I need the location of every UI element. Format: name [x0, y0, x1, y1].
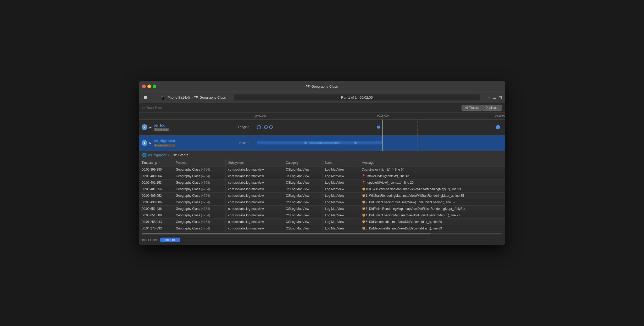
col-header-subsystem[interactable]: Subsystem [225, 159, 283, 166]
cell-timestamp-0: 00:00.399,880 [139, 166, 173, 173]
scrollbar-thumb[interactable] [142, 233, 430, 234]
add-button[interactable]: + [488, 95, 490, 100]
detail-separator: › [168, 153, 169, 157]
cell-process-8: Geography Class (4754) [173, 218, 225, 225]
events-table: Timestamp ↑ Process Subsystem Category N… [139, 159, 505, 232]
cell-subsystem-4: com.roblabs.log-mapview [225, 192, 283, 199]
col-header-name[interactable]: Name [322, 159, 359, 166]
cell-category-7: OSLog.MapView [283, 212, 322, 218]
col-header-timestamp[interactable]: Timestamp ↑ [139, 159, 173, 166]
horizontal-scrollbar[interactable] [139, 232, 505, 235]
cell-message-7: 🦁4. DidFinishLoadingMap, mapViewDidFinis… [359, 212, 505, 218]
playhead [382, 120, 382, 135]
project-label: Geography Class [199, 95, 226, 99]
cell-name-9: Log MapView [322, 225, 359, 232]
input-filter-label: Input Filter [142, 238, 157, 242]
signpost-dot-4 [354, 142, 357, 144]
track-timeline-os-signpost [254, 135, 505, 151]
signpost-dot-1 [304, 142, 307, 144]
all-tracks-button[interactable]: All Tracks [462, 105, 482, 111]
cell-process-5: Geography Class (4754) [173, 199, 225, 205]
minimize-button[interactable] [147, 85, 151, 88]
event-dot-5 [496, 125, 500, 129]
cell-message-0: Coordinator init, init(_:), line 54 [359, 166, 505, 173]
cell-process-4: Geography Class (4754) [173, 192, 225, 199]
track-filter[interactable]: ⊙ Track Filter [142, 106, 462, 110]
cell-timestamp-7: 00:00.651,608 [139, 212, 173, 218]
window-layout-button[interactable]: ▭ [492, 95, 496, 100]
cell-timestamp-8: 00:01.258,943 [139, 218, 173, 225]
table-row: 00:00.401,153 Geography Class (4754) com… [139, 179, 505, 186]
filter-chip[interactable]: 🌐 com.ro × [160, 238, 180, 242]
event-dot-2 [264, 125, 268, 129]
track-expand-os-log[interactable]: ▶ [149, 126, 152, 129]
cell-subsystem-9: com.roblabs.log-mapview [225, 225, 283, 232]
split-view-button[interactable]: ⊡ [498, 95, 502, 100]
toolbar-right: + ▭ ⊡ [488, 95, 502, 100]
ruler-label-1: 00:05.000 [377, 114, 389, 117]
cell-name-1: Log MapView [322, 173, 359, 179]
filter-chip-value: com.ro [165, 238, 175, 242]
cell-subsystem-1: com.roblabs.log-mapview [225, 173, 283, 179]
cell-process-3: Geography Class (4754) [173, 186, 225, 192]
table-row: 00:00.399,880 Geography Class (4754) com… [139, 166, 505, 173]
cell-category-4: OSLog.MapView [283, 192, 322, 199]
cell-name-4: Log MapView [322, 192, 359, 199]
cell-timestamp-1: 00:00.400,064 [139, 173, 173, 179]
cell-name-8: Log MapView [322, 218, 359, 225]
cell-name-2: Log MapView [322, 179, 359, 186]
cell-category-6: OSLog.MapView [283, 205, 322, 212]
cell-timestamp-3: 00:00.401,356 [139, 186, 173, 192]
cell-subsystem-3: com.roblabs.log-mapview [225, 186, 283, 192]
filter-bar: ⊙ Track Filter All Tracks Duplicate [139, 103, 505, 113]
cell-category-8: OSLog.MapView [283, 218, 322, 225]
close-button[interactable] [142, 85, 146, 88]
track-filter-icon: ⊙ [142, 106, 145, 110]
track-expand-os-signpost[interactable]: ▶ [149, 142, 152, 144]
cell-subsystem-0: com.roblabs.log-mapview [225, 166, 283, 173]
track-name-os-log: os_log [154, 123, 169, 127]
sort-arrow-icon: ↑ [159, 161, 160, 165]
scrollbar-track [142, 233, 502, 234]
filter-chip-close-button[interactable]: × [176, 238, 178, 241]
col-header-process[interactable]: Process [173, 159, 225, 166]
cell-name-7: Log MapView [322, 212, 359, 218]
track-row-os-signpost[interactable]: i ▶ os_signpost Instrument Volume [139, 135, 505, 151]
event-dot-4 [377, 126, 380, 129]
track-label-os-signpost: Volume [239, 141, 251, 145]
cell-process-1: Geography Class (4754) [173, 173, 225, 179]
device-info: 📱 iPhone 8 (14.4) › 🗺 Geography Class [160, 95, 226, 100]
bottom-bar: Input Filter 🌐 com.ro × [139, 235, 505, 245]
track-name-os-signpost: os_signpost [154, 139, 175, 143]
table-row: 00:00.651,608 Geography Class (4754) com… [139, 212, 505, 218]
pause-button[interactable]: ⏸ [152, 94, 157, 100]
track-icon-os-signpost: i [142, 140, 147, 146]
cell-message-5: 🦁2. DidFinishLoadingStyle, mapView(_:did… [359, 199, 505, 205]
cell-message-9: 🦁5. DidBecomeIdle, mapViewDidBecomeIdle(… [359, 225, 505, 232]
tracks-container: i ▶ os_log Instrument Logging [139, 120, 505, 151]
device-label: iPhone 8 (14.4) [167, 95, 190, 99]
cell-process-0: Geography Class (4754) [173, 166, 225, 173]
record-button[interactable]: ⏺ [142, 94, 149, 101]
maximize-button[interactable] [153, 85, 156, 88]
detail-breadcrumb[interactable]: os_signpost [148, 153, 166, 157]
cell-category-1: OSLog.MapView [283, 173, 322, 179]
track-row-os-log[interactable]: i ▶ os_log Instrument Logging [139, 120, 505, 135]
signpost-bar-2 [309, 142, 340, 144]
track-icon-os-log: i [142, 124, 147, 130]
detail-panel-header: 🌐 os_signpost › List: Events [139, 151, 505, 159]
col-header-category[interactable]: Category [283, 159, 322, 166]
cell-category-5: OSLog.MapView [283, 199, 322, 205]
col-header-message[interactable]: Message [359, 159, 505, 166]
cell-category-9: OSLog.MapView [283, 225, 322, 232]
track-header-os-signpost: i ▶ os_signpost Instrument Volume [139, 135, 254, 151]
duplicate-button[interactable]: Duplicate [482, 105, 502, 111]
cell-process-2: Geography Class (4754) [173, 179, 225, 186]
track-badge-os-signpost: Instrument [154, 144, 175, 147]
cell-message-3: 🦁100. WillStartLoadingMap, mapViewWillSt… [359, 186, 505, 192]
table-row: 00:04.275,893 Geography Class (4754) com… [139, 225, 505, 232]
ruler-track-area [139, 113, 254, 119]
filter-chip-icon: 🌐 [161, 239, 164, 241]
cell-name-6: Log MapView [322, 205, 359, 212]
cell-timestamp-4: 00:00.405,952 [139, 192, 173, 199]
